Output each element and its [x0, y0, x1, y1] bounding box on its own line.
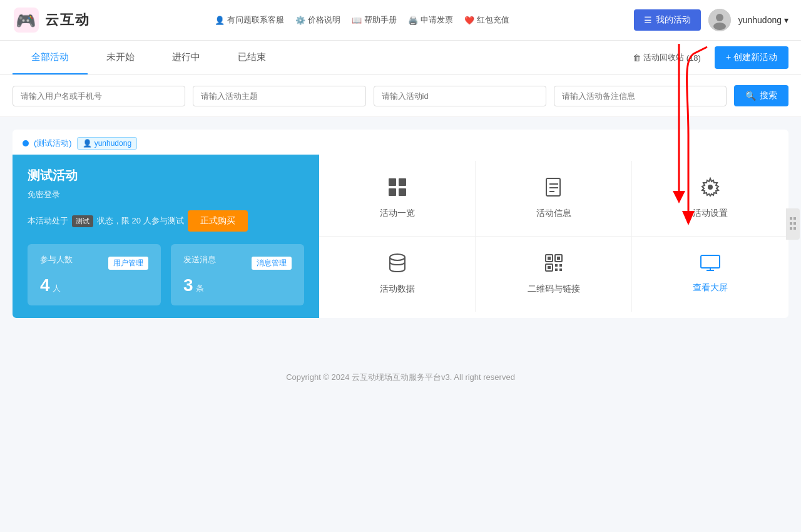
logo: 🎮 云互动 [13, 6, 90, 34]
stat-messages-value: 3 条 [183, 275, 292, 295]
stat-messages-label: 发送消息 [183, 254, 216, 265]
grid-icon [387, 177, 407, 202]
nav-pricing[interactable]: ⚙️ 价格说明 [295, 14, 340, 26]
gear-settings-icon [700, 177, 720, 202]
svg-rect-10 [399, 188, 406, 196]
svg-point-5 [716, 14, 723, 21]
tabs-right: 🗑 活动回收站 (18) + 创建新活动 [626, 46, 788, 69]
user-avatar [708, 9, 731, 31]
action-activity-info-label: 活动信息 [536, 208, 571, 219]
blue-card: 测试活动 免密登录 本活动处于 测试 状态，限 20 人参与测试 正式购买 参与… [13, 155, 319, 318]
activity-row: (测试活动) 👤 yunhudong 测试活动 免密登录 本活动处于 测试 状态… [13, 130, 788, 318]
action-qrcode-link[interactable]: 二维码与链接 [476, 237, 632, 312]
search-username-input[interactable] [13, 86, 185, 106]
search-icon: 🔍 [745, 91, 756, 101]
side-toggle[interactable] [786, 208, 800, 240]
activity-card-body: 测试活动 免密登录 本活动处于 测试 状态，限 20 人参与测试 正式购买 参与… [13, 155, 788, 318]
tab-all[interactable]: 全部活动 [13, 41, 88, 74]
tab-not-started[interactable]: 未开始 [88, 41, 153, 74]
main-content: (测试活动) 👤 yunhudong 测试活动 免密登录 本活动处于 测试 状态… [0, 117, 801, 340]
nav-invoice[interactable]: 🖨️ 申请发票 [408, 14, 453, 26]
dropdown-icon: ▾ [784, 15, 788, 25]
activity-subtitle: 免密登录 [28, 189, 304, 200]
svg-rect-7 [389, 178, 396, 186]
svg-rect-35 [793, 227, 796, 230]
stat-participants-header: 参与人数 用户管理 [40, 254, 148, 272]
username-display[interactable]: yunhudong ▾ [738, 15, 788, 25]
activity-tag-label[interactable]: (测试活动) [34, 138, 72, 149]
header: 🎮 云互动 👤 有问题联系客服 ⚙️ 价格说明 📖 帮助手册 🖨️ 申请发票 ❤… [0, 0, 801, 41]
svg-rect-27 [701, 255, 720, 268]
svg-rect-9 [389, 188, 396, 196]
svg-point-16 [390, 254, 405, 260]
user-tag-icon: 👤 [83, 139, 92, 148]
svg-point-6 [713, 23, 726, 30]
header-right: ☰ 我的活动 yunhudong ▾ [634, 9, 788, 31]
action-activity-data[interactable]: 活动数据 [319, 237, 476, 312]
message-management-button[interactable]: 消息管理 [252, 257, 292, 270]
svg-text:🎮: 🎮 [16, 11, 36, 31]
svg-rect-26 [559, 269, 562, 271]
activity-dot [23, 140, 29, 146]
logo-text: 云互动 [45, 11, 90, 29]
footer: Copyright © 2024 云互动现场互动服务平台v3. All righ… [0, 353, 801, 402]
stat-participants: 参与人数 用户管理 4 人 [28, 244, 161, 305]
nav-help[interactable]: 📖 帮助手册 [352, 14, 397, 26]
action-activity-info[interactable]: 活动信息 [476, 161, 632, 237]
activity-status: 本活动处于 测试 状态，限 20 人参与测试 正式购买 [28, 210, 304, 232]
search-bar: 🔍 搜索 [0, 75, 801, 117]
activity-stats: 参与人数 用户管理 4 人 发送消息 消息管理 [28, 244, 304, 305]
search-id-input[interactable] [374, 86, 546, 106]
search-button[interactable]: 🔍 搜索 [734, 85, 788, 106]
svg-rect-25 [555, 269, 558, 271]
svg-rect-22 [548, 266, 551, 269]
my-activities-button[interactable]: ☰ 我的活动 [634, 9, 701, 31]
svg-point-15 [708, 185, 713, 190]
stat-participants-value: 4 人 [40, 275, 148, 295]
recycle-bin-button[interactable]: 🗑 活动回收站 (18) [626, 48, 707, 67]
search-note-input[interactable] [554, 86, 727, 106]
search-theme-input[interactable] [193, 86, 365, 106]
pricing-icon: ⚙️ [295, 16, 305, 25]
activity-user-tag: 👤 yunhudong [77, 137, 137, 150]
svg-rect-30 [790, 217, 792, 220]
database-icon [388, 253, 407, 277]
action-view-screen-label: 查看大屏 [693, 282, 728, 294]
recharge-icon: ❤️ [464, 16, 474, 25]
screen-icon [700, 254, 721, 276]
user-management-button[interactable]: 用户管理 [108, 257, 148, 270]
action-activity-settings[interactable]: 活动设置 [632, 161, 788, 237]
stat-messages-header: 发送消息 消息管理 [183, 254, 292, 272]
svg-rect-8 [399, 178, 406, 186]
help-icon: 📖 [352, 16, 362, 25]
svg-rect-21 [557, 257, 560, 260]
svg-rect-31 [793, 217, 796, 220]
stat-participants-label: 参与人数 [40, 254, 73, 265]
tab-in-progress[interactable]: 进行中 [153, 41, 219, 74]
action-view-screen[interactable]: 查看大屏 [632, 237, 788, 312]
svg-rect-34 [790, 227, 792, 230]
create-activity-button[interactable]: + 创建新活动 [715, 46, 788, 69]
action-activity-list[interactable]: 活动一览 [319, 161, 476, 237]
menu-icon: ☰ [644, 15, 652, 25]
invoice-icon: 🖨️ [408, 16, 418, 25]
trash-icon: 🗑 [633, 53, 641, 63]
status-badge: 测试 [72, 215, 93, 227]
actions-panel: 活动一览 活动信息 [319, 155, 788, 318]
svg-rect-20 [548, 257, 551, 260]
svg-rect-23 [555, 264, 558, 267]
stat-messages: 发送消息 消息管理 3 条 [171, 244, 304, 305]
qrcode-icon [544, 253, 564, 277]
nav-links: 👤 有问题联系客服 ⚙️ 价格说明 📖 帮助手册 🖨️ 申请发票 ❤️ 红包充值 [90, 14, 634, 26]
support-icon: 👤 [215, 16, 225, 25]
activity-title: 测试活动 [28, 167, 304, 184]
buy-button[interactable]: 正式购买 [188, 210, 248, 232]
activity-tags: (测试活动) 👤 yunhudong [13, 130, 788, 155]
nav-support[interactable]: 👤 有问题联系客服 [215, 14, 284, 26]
action-activity-list-label: 活动一览 [380, 208, 415, 219]
nav-recharge[interactable]: ❤️ 红包充值 [464, 14, 509, 26]
action-qrcode-link-label: 二维码与链接 [528, 284, 580, 295]
logo-icon: 🎮 [13, 6, 40, 34]
tab-ended[interactable]: 已结束 [219, 41, 285, 74]
svg-rect-32 [790, 222, 792, 225]
